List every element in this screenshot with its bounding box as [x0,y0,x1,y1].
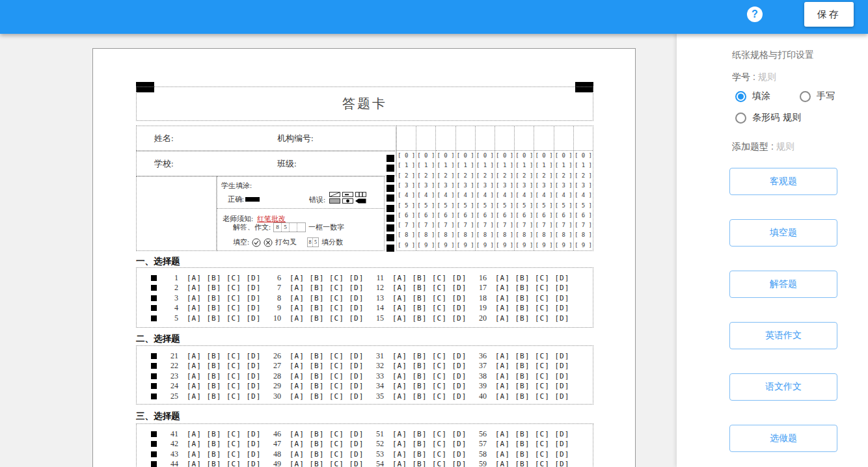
save-button[interactable]: 保存 [804,2,854,27]
choice-options: [A] [B] [C] [D] [187,284,261,293]
wrong-mark-arrow-icon [355,198,366,204]
digit-bubble: [ 7 ] [416,220,435,230]
digit-bubble: [ 2 ] [574,171,593,181]
choice-options: [A] [B] [C] [D] [392,352,467,361]
question-number: 28 [262,371,281,381]
choice-options: [A] [B] [C] [D] [187,450,261,459]
choice-options: [A] [B] [C] [D] [495,362,569,371]
canvas-area[interactable]: 答题卡 姓名: 机构编号: 学校: 班级: 学生填涂: 正确: 错误: [0,34,677,467]
question-number: 3 [159,293,178,303]
digit-bubble: [ 4 ] [554,191,573,200]
digit-bubble: [ 5 ] [515,201,534,211]
choice-row: 24[A] [B] [C] [D]29[A] [B] [C] [D]34[A] … [137,381,593,391]
correct-mark-icon [245,197,260,202]
add-question-button-4[interactable]: 英语作文 [729,322,837,349]
choice-row: 41[A] [B] [C] [D]46[A] [B] [C] [D]51[A] … [137,429,593,439]
digit-bubble: [ 3 ] [476,181,495,191]
digit-bubble: [ 3 ] [534,181,553,191]
choice-options: [A] [B] [C] [D] [290,460,364,467]
answer-sheet-paper[interactable]: 答题卡 姓名: 机构编号: 学校: 班级: 学生填涂: 正确: 错误: [92,48,636,467]
add-question-button-5[interactable]: 语文作文 [729,373,837,401]
digit-bubble: [ 8 ] [476,230,495,240]
choice-options: [A] [B] [C] [D] [187,274,261,283]
radio-handwrite[interactable]: 手写 [800,90,835,102]
id-write-cell [436,126,455,151]
digit-bubble: [ 8 ] [574,230,593,240]
choice-options: [A] [B] [C] [D] [392,382,467,391]
question-number: 4 [159,303,178,313]
digit-bubble: [ 1 ] [554,161,573,170]
choice-options: [A] [B] [C] [D] [290,392,364,401]
choice-options: [A] [B] [C] [D] [187,430,261,439]
digit-bubble: [ 7 ] [476,220,495,230]
question-number: 53 [364,449,384,459]
choice-options: [A] [B] [C] [D] [290,372,364,381]
add-question-button-2[interactable]: 填空题 [729,219,837,247]
name-field-row[interactable]: 姓名: 机构编号: [136,126,396,151]
choice-row: 42[A] [B] [C] [D]47[A] [B] [C] [D]52[A] … [137,439,593,449]
digit-bubble: [ 1 ] [574,161,593,170]
id-grid-column: [ 0 ][ 1 ][ 2 ][ 3 ][ 4 ][ 5 ][ 6 ][ 7 ]… [495,126,515,250]
timing-mark [387,205,394,212]
choice-row: 1[A] [B] [C] [D]6[A] [B] [C] [D]11[A] [B… [137,273,593,283]
radio-fill[interactable]: 填涂 [735,90,770,102]
digit-bubble: [ 0 ] [436,151,455,161]
help-icon: ? [752,8,758,20]
digit-bubble: [ 7 ] [534,220,553,230]
choice-options: [A] [B] [C] [D] [290,362,364,371]
id-write-cell [574,126,593,151]
question-number: 1 [159,273,178,283]
add-question-button-6[interactable]: 选做题 [729,425,837,452]
row-marker [151,394,157,399]
id-write-cell [495,126,514,151]
question-number: 21 [159,351,178,361]
radio-circle-icon [800,91,811,102]
digit-bubble: [ 8 ] [397,230,416,240]
question-number: 36 [467,351,487,361]
sheet-title-box[interactable]: 答题卡 [136,87,593,121]
choice-options: [A] [B] [C] [D] [290,294,364,303]
digit-bubble: [ 7 ] [574,220,593,230]
add-question-button-1[interactable]: 客观题 [729,168,837,195]
help-button[interactable]: ? [747,7,763,22]
school-field-row[interactable]: 学校: 班级: [136,151,396,176]
choice-section-box-3[interactable]: 41[A] [B] [C] [D]46[A] [B] [C] [D]51[A] … [136,423,593,467]
id-grid-column: [ 0 ][ 1 ][ 2 ][ 3 ][ 4 ][ 5 ][ 6 ][ 7 ]… [515,126,534,250]
digit-bubble: [ 2 ] [397,171,416,181]
choice-row: 43[A] [B] [C] [D]48[A] [B] [C] [D]53[A] … [137,449,593,459]
choice-options: [A] [B] [C] [D] [290,284,364,293]
wrong-mark-examples [329,192,370,204]
row-marker [151,295,157,301]
choice-section-box-2[interactable]: 21[A] [B] [C] [D]26[A] [B] [C] [D]31[A] … [136,345,593,405]
wrong-mark-halftone-icon [329,198,340,204]
question-number: 48 [262,449,281,459]
digit-bubble: [ 4 ] [495,191,514,200]
barcode-rule-link[interactable]: 规则 [783,112,801,124]
add-question-button-3[interactable]: 解答题 [729,271,837,298]
question-number: 15 [364,314,384,323]
digit-bubble: [ 6 ] [436,211,455,220]
question-number: 42 [159,439,178,449]
add-question-rule-link[interactable]: 规则 [776,141,794,152]
choice-options: [A] [B] [C] [D] [495,284,569,293]
timing-mark [387,185,394,192]
student-id-grid[interactable]: [ 0 ][ 1 ][ 2 ][ 3 ][ 4 ][ 5 ][ 6 ][ 7 ]… [396,126,593,251]
choice-options: [A] [B] [C] [D] [392,274,467,283]
digit-bubble: [ 6 ] [554,211,573,220]
radio-barcode[interactable]: 条形码 规则 [735,112,801,124]
question-number: 20 [467,314,487,323]
row-marker [151,431,157,437]
choice-options: [A] [B] [C] [D] [495,392,569,401]
choice-section-box-1[interactable]: 1[A] [B] [C] [D]6[A] [B] [C] [D]11[A] [B… [136,267,593,328]
wrong-label: 错误: [309,195,325,205]
student-id-rule-line: 学号 : 规则 [732,72,776,83]
choice-options: [A] [B] [C] [D] [495,440,569,449]
choice-options: [A] [B] [C] [D] [290,440,364,449]
question-number: 17 [467,283,487,293]
digit-bubble: [ 5 ] [476,201,495,211]
student-id-rule-link[interactable]: 规则 [758,72,776,82]
digit-bubble: [ 5 ] [436,201,455,211]
question-number: 57 [467,439,487,449]
digit-bubble: [ 8 ] [515,230,534,240]
choice-options: [A] [B] [C] [D] [392,450,467,459]
